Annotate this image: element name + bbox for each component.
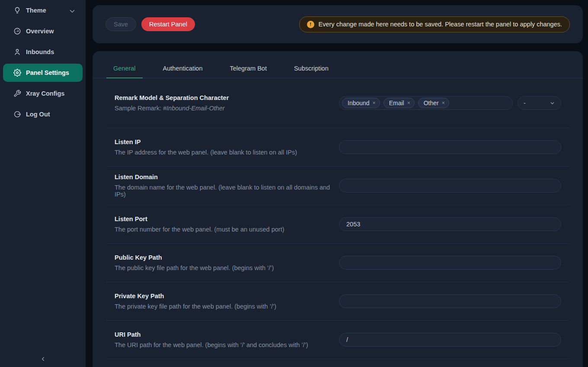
form-row-private-key-path: Private Key Path The private key file pa… xyxy=(106,282,569,321)
settings-tabs: General Authentication Telegram Bot Subs… xyxy=(93,51,583,78)
sidebar-nav: Theme Overview Inbounds Panel Settings xyxy=(0,0,86,125)
remove-tag-icon[interactable]: × xyxy=(442,100,445,106)
restart-panel-button[interactable]: Restart Panel xyxy=(141,17,195,31)
tab-subscription[interactable]: Subscription xyxy=(287,60,336,78)
row-description: The IP address for the web panel. (leave… xyxy=(115,149,297,156)
form-row-uri-path: URI Path The URI path for the web panel.… xyxy=(106,321,569,359)
sidebar-collapse-button[interactable] xyxy=(0,352,86,365)
sample-remark-value: #Inbound-Email-Other xyxy=(163,105,225,112)
row-label: Private Key Path The private key file pa… xyxy=(115,293,276,310)
chevron-down-icon xyxy=(68,7,74,13)
private-key-path-input[interactable] xyxy=(339,294,561,308)
sidebar-item-label: Inbounds xyxy=(26,48,54,55)
remove-tag-icon[interactable]: × xyxy=(407,100,410,106)
row-control xyxy=(339,333,561,347)
row-description: Sample Remark: #Inbound-Email-Other xyxy=(115,105,229,112)
sample-remark-prefix: Sample Remark: xyxy=(115,105,163,112)
sidebar-item-label: Overview xyxy=(26,28,54,35)
sidebar-item-logout[interactable]: Log Out xyxy=(0,104,86,125)
chevron-down-icon xyxy=(550,100,555,106)
row-control xyxy=(339,256,561,270)
tag-email: Email × xyxy=(383,98,415,108)
select-value: - xyxy=(524,100,526,106)
dashboard-icon xyxy=(13,27,21,35)
row-title: Remark Model & Separation Character xyxy=(115,94,229,101)
gear-icon xyxy=(13,69,21,77)
sidebar-item-label: Log Out xyxy=(26,111,50,118)
row-title: Listen IP xyxy=(115,138,297,145)
sidebar-item-label: Xray Configs xyxy=(26,90,64,97)
form-row-listen-domain: Listen Domain The domain name for the we… xyxy=(106,167,569,205)
remark-model-tags-input[interactable]: Inbound × Email × Other × xyxy=(339,96,513,110)
form-row-remark-model: Remark Model & Separation Character Samp… xyxy=(106,78,569,128)
bulb-icon xyxy=(13,6,21,14)
row-control xyxy=(339,294,561,308)
row-title: Listen Domain xyxy=(115,174,339,180)
logout-icon xyxy=(13,110,21,118)
row-title: Listen Port xyxy=(115,216,284,222)
sidebar-item-theme[interactable]: Theme xyxy=(0,0,86,21)
row-description: The private key file path for the web pa… xyxy=(115,303,276,310)
tag-inbound: Inbound × xyxy=(342,98,380,108)
row-description: The domain name for the web panel. (leav… xyxy=(115,184,339,198)
row-label: Listen Port The port number for the web … xyxy=(115,216,284,233)
public-key-path-input[interactable] xyxy=(339,256,561,270)
row-control xyxy=(339,179,561,193)
sidebar-item-xray-configs[interactable]: Xray Configs xyxy=(0,83,86,104)
listen-port-input[interactable] xyxy=(339,217,561,231)
user-icon xyxy=(13,48,21,56)
row-title: Private Key Path xyxy=(115,293,276,299)
form-row-public-key-path: Public Key Path The public key file path… xyxy=(106,244,569,282)
chevron-left-icon xyxy=(40,356,46,362)
tag-label: Inbound xyxy=(348,100,370,106)
row-description: The port number for the web panel. (must… xyxy=(115,226,284,233)
alert-text: Every change made here needs to be saved… xyxy=(319,21,562,28)
row-label: Remark Model & Separation Character Samp… xyxy=(115,94,229,112)
wrench-icon xyxy=(13,90,21,97)
tag-other: Other × xyxy=(418,98,449,108)
tag-label: Other xyxy=(424,100,439,106)
tab-authentication[interactable]: Authentication xyxy=(156,60,210,78)
tag-label: Email xyxy=(389,100,404,106)
row-control xyxy=(339,140,561,154)
tab-telegram-bot[interactable]: Telegram Bot xyxy=(223,60,274,78)
row-control: Inbound × Email × Other × - xyxy=(339,96,561,110)
remove-tag-icon[interactable]: × xyxy=(373,100,376,106)
sidebar-item-overview[interactable]: Overview xyxy=(0,21,86,42)
row-description: The public key file path for the web pan… xyxy=(115,264,274,271)
form-row-listen-ip: Listen IP The IP address for the web pan… xyxy=(106,128,569,167)
sidebar: Theme Overview Inbounds Panel Settings xyxy=(0,0,86,367)
listen-domain-input[interactable] xyxy=(339,179,561,193)
restart-warning-alert: ! Every change made here needs to be sav… xyxy=(299,16,570,32)
form-row-listen-port: Listen Port The port number for the web … xyxy=(106,205,569,244)
sidebar-item-label: Theme xyxy=(26,7,46,14)
separation-character-select[interactable]: - xyxy=(518,96,561,110)
warning-icon: ! xyxy=(307,21,314,28)
sidebar-item-panel-settings[interactable]: Panel Settings xyxy=(3,64,83,82)
listen-ip-input[interactable] xyxy=(339,140,561,154)
row-label: Public Key Path The public key file path… xyxy=(115,254,274,271)
sidebar-item-inbounds[interactable]: Inbounds xyxy=(0,42,86,62)
row-title: URI Path xyxy=(115,331,308,338)
row-description: The URI path for the web panel. (begins … xyxy=(115,341,308,348)
row-title: Public Key Path xyxy=(115,254,274,261)
toolbar: Save Restart Panel ! Every change made h… xyxy=(93,5,583,43)
row-label: Listen Domain The domain name for the we… xyxy=(115,174,339,198)
uri-path-input[interactable] xyxy=(339,333,561,347)
row-label: URI Path The URI path for the web panel.… xyxy=(115,331,308,348)
row-control xyxy=(339,217,561,231)
row-label: Listen IP The IP address for the web pan… xyxy=(115,138,297,156)
save-button[interactable]: Save xyxy=(105,17,136,31)
tab-general[interactable]: General xyxy=(106,60,143,78)
sidebar-item-label: Panel Settings xyxy=(26,69,69,76)
panel-settings-card: General Authentication Telegram Bot Subs… xyxy=(93,51,583,367)
